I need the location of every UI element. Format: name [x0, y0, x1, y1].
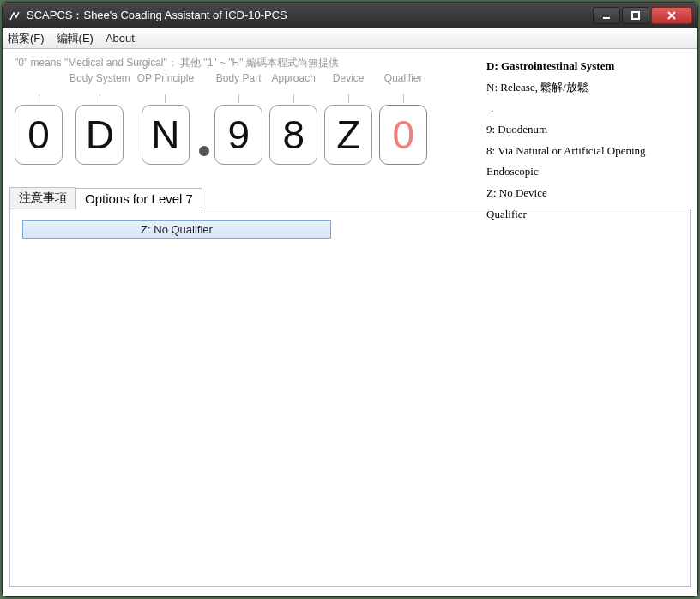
col-label-5: Approach	[272, 72, 316, 86]
decode-line-4: 9: Duodenum	[486, 119, 697, 141]
close-button[interactable]	[651, 7, 692, 24]
tab-panel-options: Z: No Qualifier	[9, 209, 691, 587]
client-area: "0" means "Medical and Surgical"； 其他 "1"…	[3, 49, 697, 596]
menu-about[interactable]: About	[106, 32, 135, 45]
tab-options[interactable]: Options for Level 7	[75, 188, 202, 209]
decode-line-7: Qualifier	[486, 204, 697, 226]
decode-panel: D: Gastrointestinal System N: Release, 鬆…	[486, 56, 697, 226]
code-cell-4[interactable]: 9	[214, 105, 262, 165]
col-label-4: Body Part	[216, 72, 262, 86]
code-cell-2[interactable]: D	[75, 105, 124, 165]
code-cell-3[interactable]: N	[142, 105, 190, 165]
app-window: SCAPCS：Shee's Coading Assistant of ICD-1…	[2, 2, 698, 597]
col-label-7: Qualifier	[384, 72, 423, 86]
separator-dot-icon	[199, 146, 209, 156]
window-title: SCAPCS：Shee's Coading Assistant of ICD-1…	[27, 8, 591, 23]
minimize-button[interactable]	[593, 7, 620, 24]
menu-edit[interactable]: 編輯(E)	[57, 31, 94, 46]
tabs: 注意事項 Options for Level 7 Z: No Qualifier	[9, 187, 691, 587]
decode-line-6: Z: No Device	[486, 183, 697, 204]
menubar: 檔案(F) 編輯(E) About	[3, 28, 697, 49]
code-cell-7[interactable]: 0	[379, 105, 427, 165]
col-label-6: Device	[333, 72, 365, 86]
titlebar[interactable]: SCAPCS：Shee's Coading Assistant of ICD-1…	[3, 3, 697, 28]
code-cell-6[interactable]: Z	[324, 105, 372, 165]
code-cell-5[interactable]: 8	[269, 105, 317, 165]
code-cells: 0 Body System D OP Principle N Body Part…	[9, 72, 427, 165]
option-item-z[interactable]: Z: No Qualifier	[22, 220, 331, 239]
app-icon	[8, 9, 21, 22]
code-cell-1[interactable]: 0	[15, 105, 63, 165]
menu-file[interactable]: 檔案(F)	[8, 31, 45, 46]
decode-line-3: ，	[486, 98, 697, 119]
col-label-2: Body System	[69, 72, 130, 86]
window-buttons	[591, 7, 692, 24]
maximize-button[interactable]	[622, 7, 649, 24]
col-label-3: OP Principle	[137, 72, 194, 86]
decode-line-5: 8: Via Natural or Artificial Opening End…	[486, 141, 697, 183]
decode-line-2: N: Release, 鬆解/放鬆	[486, 77, 697, 99]
tab-notes[interactable]: 注意事項	[9, 187, 76, 209]
svg-rect-1	[632, 12, 639, 19]
decode-line-1: D: Gastrointestinal System	[486, 56, 697, 77]
